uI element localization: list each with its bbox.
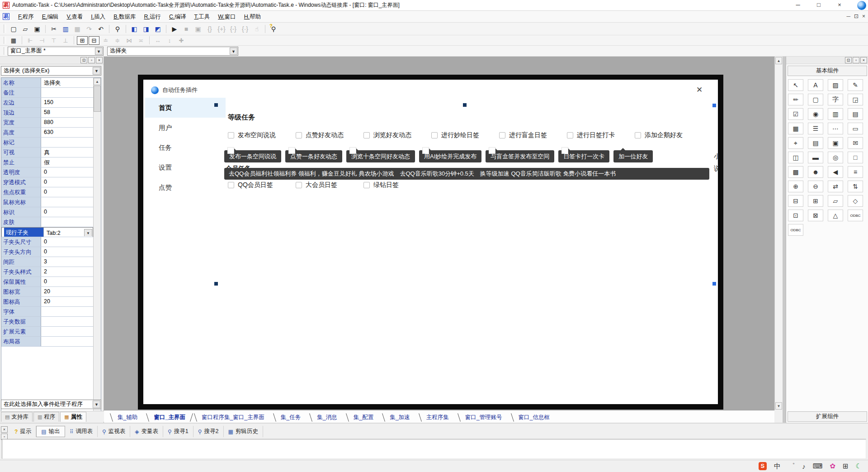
- property-value[interactable]: [41, 197, 93, 207]
- paste[interactable]: ▦: [72, 24, 83, 34]
- cut[interactable]: ✂: [48, 24, 59, 34]
- component-icon[interactable]: □: [848, 152, 863, 163]
- component-icon[interactable]: ⋯: [828, 123, 843, 134]
- source-file-tab[interactable]: 主程序集: [417, 412, 456, 423]
- task-checkbox-item[interactable]: QQ会员日签: [228, 181, 296, 189]
- component-icon[interactable]: ◉: [808, 108, 823, 120]
- panel-control-button[interactable]: ⊡: [845, 57, 852, 63]
- dock-tab[interactable]: ⚲ 搜寻2: [193, 426, 224, 437]
- property-row[interactable]: 扩展元素: [1, 327, 93, 337]
- component-icon[interactable]: ▦: [788, 123, 803, 134]
- output-content-area[interactable]: [2, 439, 866, 459]
- property-value[interactable]: [41, 217, 93, 227]
- menu-item[interactable]: W.窗口: [214, 11, 240, 22]
- component-icon[interactable]: ▭: [848, 123, 863, 134]
- component-icon[interactable]: ⇄: [828, 181, 843, 192]
- component-icon[interactable]: ≡: [848, 166, 863, 178]
- scroll-down-icon[interactable]: ▼: [775, 402, 782, 410]
- component-icon[interactable]: 字: [828, 94, 843, 105]
- space-h[interactable]: ⋈: [124, 36, 135, 45]
- property-value[interactable]: 0: [41, 167, 93, 177]
- component-icon[interactable]: ◀: [828, 166, 843, 178]
- property-row[interactable]: 焦点权重 0: [1, 187, 93, 197]
- property-row[interactable]: 可视 真: [1, 148, 93, 157]
- align-top[interactable]: ⊤: [48, 36, 59, 45]
- run-to-cursor[interactable]: {·}: [240, 24, 250, 34]
- dialog-nav-item[interactable]: 任务: [145, 138, 226, 157]
- toolbar-gripper[interactable]: [4, 47, 6, 54]
- property-row[interactable]: 名称 选择夹: [1, 78, 93, 88]
- selection-handle[interactable]: [214, 282, 218, 286]
- window-control-button[interactable]: □: [808, 0, 829, 10]
- property-row[interactable]: 鼠标光标: [1, 197, 93, 207]
- toolbar-button[interactable]: [45, 25, 46, 33]
- fit-both[interactable]: ✚: [176, 36, 187, 45]
- checkbox-icon[interactable]: [228, 182, 234, 188]
- component-icon[interactable]: ⊞: [808, 195, 823, 207]
- component-icon[interactable]: ◫: [788, 152, 803, 163]
- step-over[interactable]: {+}: [216, 24, 227, 34]
- property-row[interactable]: 字体: [1, 307, 93, 317]
- component-icon[interactable]: ✏: [788, 94, 803, 105]
- property-row[interactable]: 图标高 20: [1, 297, 93, 307]
- toolbar-gripper[interactable]: [4, 37, 6, 43]
- task-checkbox-item[interactable]: 绿钻日签: [363, 181, 431, 189]
- window-control-button[interactable]: ×: [829, 0, 850, 10]
- layout-left[interactable]: ◧: [129, 24, 140, 34]
- property-row[interactable]: 图标宽 20: [1, 287, 93, 297]
- panel-control-button[interactable]: ×: [860, 57, 867, 63]
- copy[interactable]: ▥: [60, 24, 71, 34]
- layout-grid[interactable]: ◩: [152, 24, 163, 34]
- property-row[interactable]: 间距 3: [1, 257, 93, 267]
- chevron-down-icon[interactable]: ▼: [93, 67, 100, 75]
- component-icon[interactable]: ▤: [848, 108, 863, 120]
- component-icon[interactable]: ⇅: [848, 181, 863, 192]
- find[interactable]: ⚲: [112, 24, 123, 34]
- component-icon[interactable]: ODBC: [848, 210, 863, 221]
- property-value[interactable]: [41, 337, 93, 346]
- property-row[interactable]: 布局器: [1, 337, 93, 347]
- component-icon[interactable]: ⊠: [808, 210, 823, 221]
- selection-handle[interactable]: [712, 104, 716, 107]
- align-right[interactable]: ⊣: [37, 36, 47, 45]
- space-v[interactable]: ≍: [136, 36, 146, 45]
- window-selector-combobox[interactable]: 窗口_主界面 * ▼: [8, 47, 104, 56]
- source-file-tab[interactable]: 集_配置: [344, 412, 381, 423]
- event-handler-selector[interactable]: 在此处选择加入事件处理子程序 ▼: [1, 400, 101, 409]
- voice-input-icon[interactable]: ♪: [802, 462, 806, 470]
- component-icon[interactable]: ▥: [828, 108, 843, 120]
- property-row[interactable]: 穿透模式 0: [1, 177, 93, 187]
- property-value[interactable]: 880: [41, 118, 93, 127]
- component-icon[interactable]: ▬: [808, 152, 823, 163]
- property-row[interactable]: 子夹头尺寸 0: [1, 237, 93, 247]
- dock-tab[interactable]: ⚲ 搜寻1: [163, 426, 193, 437]
- component-icon[interactable]: ⊟: [788, 195, 803, 207]
- menu-item[interactable]: E.编辑: [38, 11, 63, 22]
- component-icon[interactable]: △: [828, 210, 843, 221]
- sogou-input-icon[interactable]: S: [759, 462, 767, 470]
- canvas-vertical-scrollbar[interactable]: ▲ ▼: [774, 57, 783, 410]
- step-in[interactable]: {}: [204, 24, 215, 34]
- menu-item[interactable]: V.查看: [63, 11, 87, 22]
- fit-width[interactable]: ↔: [152, 36, 163, 45]
- property-value[interactable]: 真: [41, 148, 93, 157]
- property-value[interactable]: 150: [41, 98, 93, 107]
- menu-item[interactable]: T.工具: [190, 11, 214, 22]
- toolbar-button[interactable]: [265, 25, 265, 33]
- checkbox-icon[interactable]: [499, 132, 505, 138]
- property-row[interactable]: 备注: [1, 88, 93, 98]
- property-value[interactable]: 0: [41, 247, 93, 257]
- source-file-tab[interactable]: 集_消息: [308, 412, 344, 423]
- undo[interactable]: ↶: [95, 24, 106, 34]
- toolbar-button[interactable]: [109, 25, 109, 33]
- panel-tab[interactable]: ▥ 程序: [33, 412, 59, 422]
- toolbar-gripper[interactable]: [4, 24, 6, 33]
- panel-control-button[interactable]: ×: [96, 57, 103, 63]
- task-checkbox-item[interactable]: 发布空间说说: [228, 131, 296, 139]
- task-checkbox-item[interactable]: 进行妙绘日签: [431, 131, 499, 139]
- chevron-down-icon[interactable]: ▼: [230, 48, 237, 55]
- property-value[interactable]: 3: [41, 257, 93, 267]
- property-row[interactable]: 高度 630: [1, 128, 93, 138]
- property-row[interactable]: 子夹头方向 0: [1, 247, 93, 257]
- dialog-nav-item[interactable]: 用户: [145, 118, 226, 138]
